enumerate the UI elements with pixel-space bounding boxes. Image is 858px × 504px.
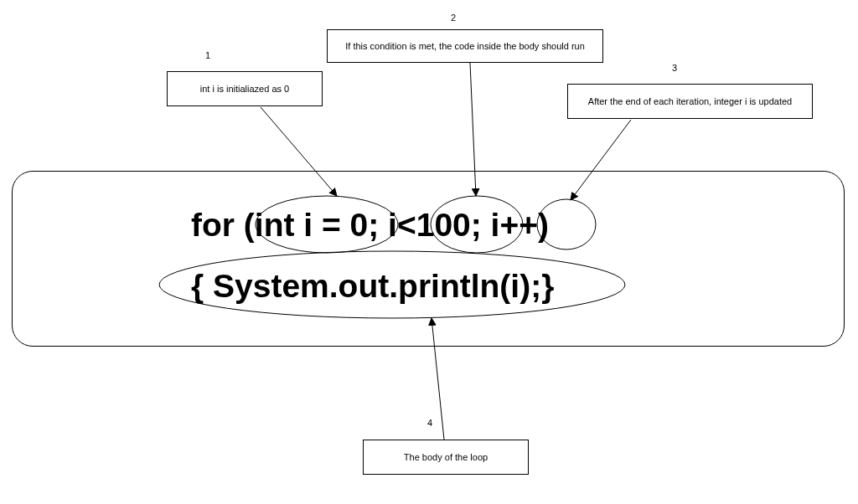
annotation-label-1: 1 — [205, 50, 210, 60]
annotation-text-2: If this condition is met, the code insid… — [345, 41, 585, 51]
annotation-box-3: After the end of each iteration, integer… — [567, 84, 813, 119]
annotation-box-4: The body of the loop — [363, 440, 529, 475]
code-for-statement: for (int i = 0; i<100; i++) — [191, 207, 549, 244]
annotation-label-4: 4 — [427, 418, 432, 428]
annotation-box-2: If this condition is met, the code insid… — [327, 29, 603, 63]
annotation-label-2: 2 — [451, 13, 456, 23]
annotation-text-4: The body of the loop — [404, 452, 488, 462]
code-body-statement: { System.out.println(i);} — [191, 268, 554, 305]
annotation-box-1: int i is initialiazed as 0 — [167, 71, 323, 106]
annotation-text-3: After the end of each iteration, integer… — [588, 96, 792, 106]
code-container — [12, 171, 845, 347]
diagram-canvas: for (int i = 0; i<100; i++) { System.out… — [0, 0, 858, 504]
annotation-text-1: int i is initialiazed as 0 — [200, 84, 289, 94]
annotation-label-3: 3 — [672, 63, 677, 73]
